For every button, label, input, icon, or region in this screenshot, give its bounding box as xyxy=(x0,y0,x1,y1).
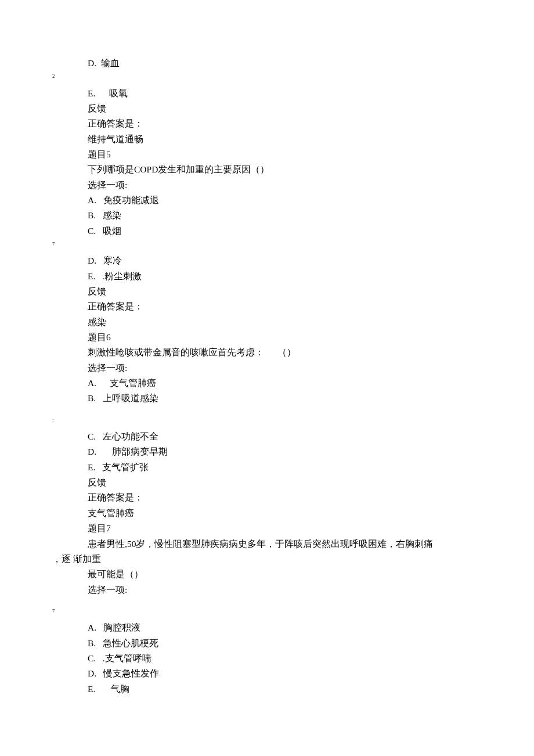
q4-option-d: D. 输血 xyxy=(70,56,488,71)
q5-select: 选择一项: xyxy=(70,178,488,193)
q7-option-e: E. 气胸 xyxy=(70,682,488,697)
q6-option-b: B. 上呼吸道感染 xyxy=(70,391,488,406)
q6-correct-label: 正确答案是： xyxy=(70,490,488,505)
document-body: D. 输血 2 E. 吸氧 反馈 正确答案是： 维持气道通畅 题目5 下列哪项是… xyxy=(0,56,534,552)
q4-correct: 维持气道通畅 xyxy=(70,132,488,147)
q5-stem: 下列哪项是COPD发生和加重的主要原因（） xyxy=(70,162,488,177)
page-marker: 7 xyxy=(52,239,488,253)
page-marker: 7 xyxy=(52,606,488,620)
q7-select: 选择一项: xyxy=(70,582,488,597)
q6-correct: 支气管肺癌 xyxy=(70,506,488,521)
q6-option-d: D. 肺部病变早期 xyxy=(70,444,488,459)
q5-option-c: C. 吸烟 xyxy=(70,224,488,239)
q7-option-c: C. .支气管哮喘 xyxy=(70,651,488,666)
document-body-cont: 最可能是（） 选择一项: 7 A. 胸腔积液 B. 急性心肌梗死 C. .支气管… xyxy=(0,567,534,697)
q6-title: 题目6 xyxy=(70,330,488,345)
q6-option-e: E. 支气管扩张 xyxy=(70,460,488,475)
q7-option-b: B. 急性心肌梗死 xyxy=(70,636,488,651)
q7-stem-3: 最可能是（） xyxy=(70,567,488,582)
q6-option-a: A. 支气管肺癌 xyxy=(70,376,488,391)
q6-option-c: C. 左心功能不全 xyxy=(70,429,488,444)
q7-option-a: A. 胸腔积液 xyxy=(70,620,488,635)
q7-title: 题目7 xyxy=(70,521,488,536)
q4-feedback-label: 反馈 xyxy=(70,101,488,116)
q5-option-a: A. 免疫功能减退 xyxy=(70,193,488,208)
q5-correct: 感染 xyxy=(70,315,488,330)
q5-feedback-label: 反馈 xyxy=(70,284,488,299)
q7-stem-1: 患者男性,50岁，慢性阻塞型肺疾病病史多年，于阵咳后突然出现呼吸困难，右胸刺痛 xyxy=(70,537,488,552)
q6-feedback-label: 反馈 xyxy=(70,475,488,490)
q5-title: 题目5 xyxy=(70,147,488,162)
page-marker: 2 xyxy=(52,71,488,85)
q5-correct-label: 正确答案是： xyxy=(70,299,488,314)
page-marker: : xyxy=(52,415,488,429)
q6-stem: 刺激性呛咳或带金属音的咳嗽应首先考虑： （） xyxy=(70,345,488,360)
q7-option-d: D. 慢支急性发作 xyxy=(70,666,488,681)
q4-correct-label: 正确答案是： xyxy=(70,116,488,131)
q5-option-b: B. 感染 xyxy=(70,208,488,223)
q6-select: 选择一项: xyxy=(70,361,488,376)
q5-option-d: D. 寒冷 xyxy=(70,253,488,268)
q7-stem-2: ，逐 渐加重 xyxy=(0,552,534,567)
q5-option-e: E. .粉尘刺激 xyxy=(70,269,488,284)
q4-option-e: E. 吸氧 xyxy=(70,86,488,101)
